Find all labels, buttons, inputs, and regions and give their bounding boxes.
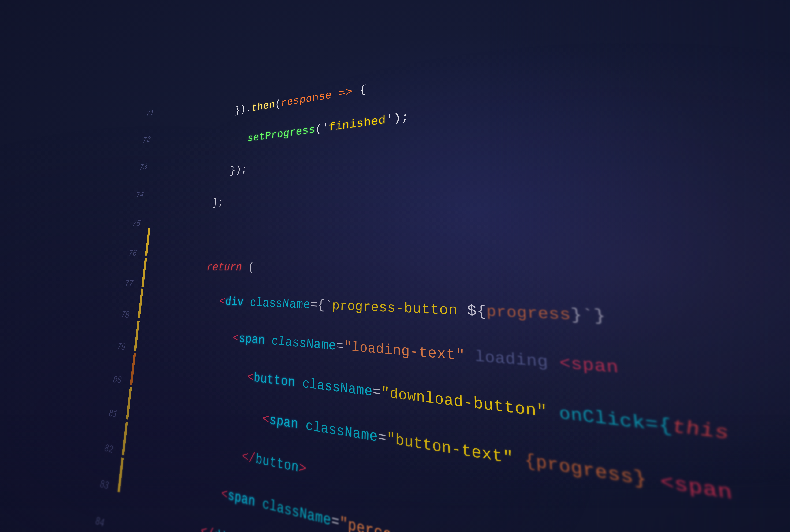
line-number: 76: [124, 248, 146, 259]
line-bar-yellow: [117, 457, 124, 492]
code-display: 71 }).then(response => { 72 setProgress(…: [76, 0, 790, 532]
line-bar: [158, 115, 164, 140]
line-bar-yellow: [134, 320, 140, 351]
line-bar-yellow: [142, 258, 147, 287]
line-bar-yellow: [122, 422, 128, 455]
line-bar-yellow: [126, 387, 132, 420]
line-bar: [152, 170, 157, 196]
line-bar: [113, 494, 120, 530]
code-editor-screenshot: 71 }).then(response => { 72 setProgress(…: [0, 0, 790, 532]
code-content: );: [130, 524, 195, 532]
line-bar-orange: [130, 353, 136, 385]
line-bar-yellow: [138, 289, 144, 319]
line-bar: [155, 142, 160, 168]
line-bar: [162, 88, 167, 113]
line-bar-yellow: [145, 228, 150, 255]
line-bar: [149, 198, 154, 226]
line-number: 77: [120, 279, 143, 289]
